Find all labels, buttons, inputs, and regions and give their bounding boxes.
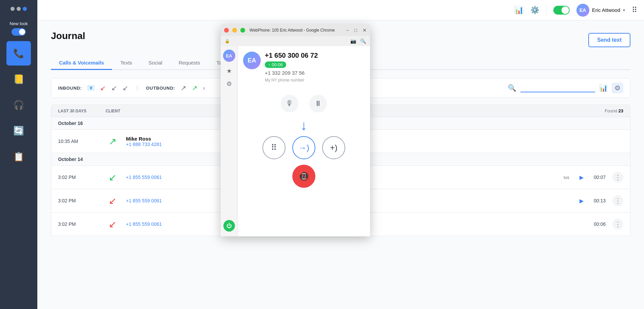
more-filters-icon[interactable]: › (203, 85, 205, 92)
sidebar-item-transfers[interactable]: 🔄 (6, 119, 31, 143)
webphone-title: WebPhone: 105 Eric Attwood - Google Chro… (249, 28, 336, 33)
wp-star-icon[interactable]: ★ (226, 67, 232, 75)
webphone-browser-icons: 📷 🔍 (350, 38, 366, 44)
sidebar-item-sms[interactable]: 📋 (6, 144, 31, 169)
pause-icon: ⏸ (309, 95, 327, 112)
transfer-button[interactable]: →) (292, 136, 315, 159)
page-title: Journal (51, 31, 85, 41)
outbound-answered-filter[interactable]: ↗ (181, 84, 186, 92)
call-type-icon: ↙ (106, 217, 119, 231)
tab-requests[interactable]: Requests (170, 56, 208, 70)
restore-icon[interactable]: □ (354, 28, 357, 33)
voicemail-filter-icon[interactable]: 📧 (87, 84, 95, 92)
inbound-missed-icon-2: ↙ (109, 219, 116, 230)
lock-icon: 🔒 (225, 39, 230, 43)
caller-number: +1 650 300 06 72 (265, 52, 318, 59)
webphone-body: EA ★ ⚙ ⏻ EA +1 650 300 06 72 ↑ 00:06 (221, 46, 370, 236)
export-icon[interactable]: 📊 (599, 84, 608, 92)
wp-power-button[interactable]: ⏻ (223, 220, 235, 232)
dot-1 (11, 7, 15, 11)
new-look-toggle[interactable] (12, 28, 26, 36)
grid-icon[interactable]: ⠿ (632, 6, 637, 15)
wp-avatar-icon: EA (223, 50, 235, 62)
tab-texts[interactable]: Texts (112, 56, 140, 70)
header: 📊 ⚙️ EA Eric Attwood ▾ ⠿ (37, 0, 644, 20)
found-count: 23 (619, 108, 623, 113)
inbound-answered-icon: ↙ (109, 172, 116, 183)
camera-icon[interactable]: 📷 (350, 38, 356, 44)
header-toggle[interactable] (553, 6, 570, 15)
dot-2 (17, 7, 21, 11)
hangup-button[interactable]: 📵 (292, 165, 315, 188)
logo (7, 3, 30, 14)
record-time: 10:35 AM (58, 139, 99, 144)
dot-3 (23, 7, 27, 11)
chart-icon[interactable]: 📊 (514, 6, 523, 15)
webphone-close-button[interactable] (224, 28, 229, 33)
record-duration: 00:13 (594, 198, 606, 203)
user-section[interactable]: EA Eric Attwood ▾ (576, 4, 625, 17)
sidebar-item-calls[interactable]: 📞 (6, 41, 31, 66)
inbound-answered-filter[interactable]: ↙ (111, 84, 117, 92)
zoom-icon[interactable]: 🔍 (360, 38, 366, 44)
col-time-header: LAST 30 DAYS (58, 109, 99, 113)
send-text-button[interactable]: Send text (588, 33, 630, 47)
webphone-maximize-button[interactable] (240, 28, 245, 33)
header-divider (546, 4, 547, 16)
tab-calls-voicemails[interactable]: Calls & Voicemails (51, 56, 112, 70)
webphone-sidebar: EA ★ ⚙ ⏻ (221, 46, 238, 236)
webphone-minimize-button[interactable] (232, 28, 237, 33)
caller-details: +1 650 300 06 72 ↑ 00:06 +1 332 209 37 5… (265, 52, 318, 83)
more-options-button[interactable]: ⋮ (612, 172, 623, 183)
play-button[interactable]: ▶ (576, 195, 587, 206)
hangup-icon: 📵 (298, 171, 309, 182)
tab-social[interactable]: Social (140, 56, 170, 70)
inbound-missed-filter[interactable]: ↙ (100, 84, 106, 92)
outbound-missed-filter[interactable]: ↗ (192, 84, 198, 92)
keypad-button[interactable]: ⠿ (262, 136, 286, 159)
action-buttons: ⠿ →) +) (243, 136, 365, 159)
webphone-browser-toolbar: 🔒 📷 🔍 (221, 36, 370, 46)
found-label: Found 23 (605, 108, 623, 113)
record-time: 3:02 PM (58, 198, 99, 203)
more-options-button[interactable]: ⋮ (612, 195, 623, 206)
support-icon: 🎧 (13, 100, 24, 110)
outbound-label: OUTBOUND: (146, 86, 175, 91)
close-icon[interactable]: ✕ (363, 28, 367, 33)
call-direction-icon: ↑ (268, 62, 271, 67)
record-duration: 00:07 (594, 175, 606, 180)
sms-icon: 📋 (13, 151, 24, 162)
sidebar-item-contacts[interactable]: 📒 (6, 67, 31, 91)
sidebar: New look 📞 📒 🎧 🔄 📋 (0, 0, 37, 309)
search-filter-bar: 🔍 📊 ⚙ (508, 83, 623, 93)
more-options-button[interactable]: ⋮ (612, 219, 623, 230)
settings-icon[interactable]: ⚙️ (530, 6, 539, 15)
webphone-titlebar: WebPhone: 105 Eric Attwood - Google Chro… (221, 24, 370, 36)
caller-avatar: EA (243, 52, 261, 69)
call-timer: 00:06 (272, 62, 283, 67)
inbound-missed-icon: ↙ (109, 195, 116, 206)
call-type-icon: ↙ (106, 194, 119, 207)
advanced-filter-icon[interactable]: ⚙ (612, 83, 623, 93)
mute-icon: 🎙 (281, 95, 298, 112)
record-extra: lus (564, 175, 569, 180)
inbound-transferred-filter[interactable]: ↙ (123, 84, 128, 92)
webphone-main: EA +1 650 300 06 72 ↑ 00:06 +1 332 209 3… (238, 46, 370, 236)
record-duration: 00:06 (594, 221, 606, 227)
contacts-icon: 📒 (13, 74, 24, 85)
transfers-icon: 🔄 (13, 126, 24, 136)
record-client: Mike Ross +1 888 733 4281 (126, 136, 623, 147)
call-type-icon: ↗ (106, 134, 119, 148)
search-input[interactable] (520, 84, 595, 92)
play-button[interactable]: ▶ (576, 172, 587, 183)
minimize-icon[interactable]: − (346, 28, 349, 33)
sidebar-item-support[interactable]: 🎧 (6, 93, 31, 117)
search-icon[interactable]: 🔍 (508, 84, 516, 92)
from-number: +1 332 209 37 56 (265, 70, 318, 76)
client-phone[interactable]: +1 888 733 4281 (126, 142, 623, 147)
wp-gear-icon[interactable]: ⚙ (226, 80, 232, 88)
add-call-button[interactable]: +) (322, 136, 345, 159)
new-look-section: New look (10, 21, 27, 36)
hold-button[interactable]: ⏸ (309, 95, 327, 112)
mute-button[interactable]: 🎙 (281, 95, 298, 112)
